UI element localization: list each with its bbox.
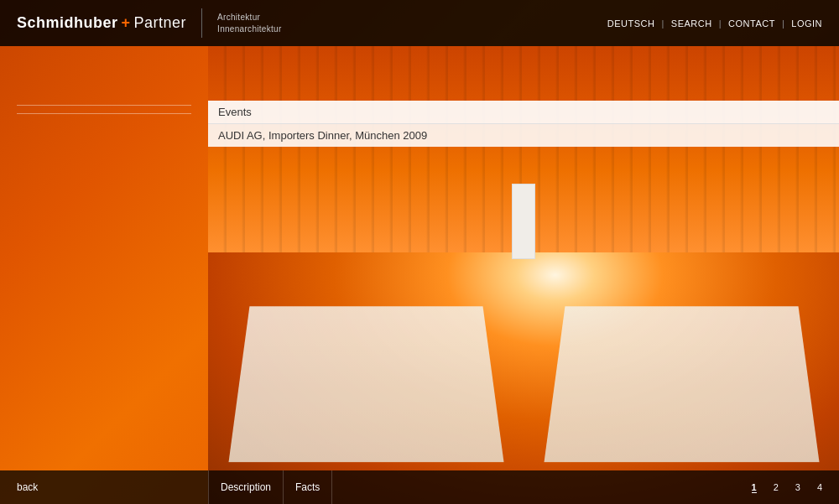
table-right — [544, 307, 819, 463]
title-project-row: AUDI AG, Importers Dinner, München 2009 — [208, 124, 839, 147]
page-3[interactable]: 3 — [795, 482, 800, 492]
logo-plus: + — [122, 14, 131, 32]
sidebar-line-top — [17, 105, 191, 106]
subtitle-line2: Innenarchitektur — [217, 24, 282, 34]
tab-facts[interactable]: Facts — [284, 470, 332, 504]
bottom-tabs: Description Facts — [208, 470, 332, 504]
nav-sep3: | — [782, 18, 784, 29]
logo[interactable]: Schmidhuber + Partner — [17, 14, 186, 32]
back-button[interactable]: back — [0, 481, 208, 493]
page-1[interactable]: 1 — [752, 482, 757, 493]
left-sidebar-panel — [0, 46, 208, 470]
header: Schmidhuber + Partner Architektur Innena… — [0, 0, 839, 46]
title-project: AUDI AG, Importers Dinner, München 2009 — [218, 129, 427, 142]
logo-brand: Schmidhuber — [17, 14, 118, 32]
pagination: 1 2 3 4 — [752, 482, 840, 493]
logo-partner: Partner — [134, 14, 187, 32]
center-door — [512, 184, 535, 259]
bottom-bar: back Description Facts 1 2 3 4 — [0, 470, 839, 504]
table-left — [228, 307, 503, 463]
nav-contact[interactable]: CONTACT — [728, 18, 775, 29]
nav-sep2: | — [719, 18, 722, 29]
header-divider — [201, 8, 202, 38]
title-banner: Events AUDI AG, Importers Dinner, Münche… — [208, 101, 839, 147]
nav-login[interactable]: LOGIN — [791, 18, 822, 29]
header-nav: DEUTSCH | SEARCH | CONTACT | LOGIN — [607, 18, 822, 29]
title-category: Events — [218, 106, 252, 118]
nav-sep1: | — [661, 18, 664, 29]
nav-deutsch[interactable]: DEUTSCH — [607, 18, 655, 29]
nav-search[interactable]: SEARCH — [671, 18, 712, 29]
tab-description[interactable]: Description — [208, 470, 284, 504]
page-4[interactable]: 4 — [817, 482, 822, 492]
page-2[interactable]: 2 — [774, 482, 779, 492]
subtitle-line1: Architektur — [217, 13, 260, 22]
header-subtitle: Architektur Innenarchitektur — [217, 12, 282, 35]
title-category-row: Events — [208, 101, 839, 124]
sidebar-line-bottom — [17, 113, 191, 114]
